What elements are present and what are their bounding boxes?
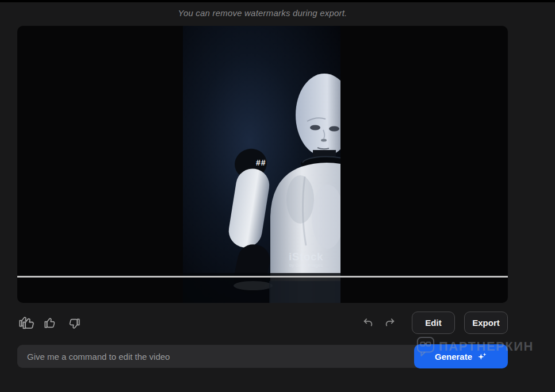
undo-button[interactable] [361,317,374,329]
window-top-edge [0,0,555,2]
video-player: ## iStock by Getty Images 00:00 / 01:18 [17,26,508,303]
watermark-hint-text: You can remove watermarks during export. [17,8,508,18]
sparkle-icon [477,352,487,362]
app-root: You can remove watermarks during export. [0,0,555,392]
thumbs-down-button[interactable] [66,317,81,331]
edit-button[interactable]: Edit [412,312,455,334]
double-thumbs-up-button[interactable] [18,314,37,332]
export-button[interactable]: Export [464,312,508,334]
video-frame[interactable]: ## iStock by Getty Images [183,26,340,303]
double-thumbs-up-icon [18,314,37,332]
istock-watermark-subtitle: by Getty Images [289,263,323,268]
istock-watermark: iStock by Getty Images [289,251,323,268]
generate-button[interactable]: Generate [414,344,508,368]
undo-icon [361,317,374,329]
thumbs-down-icon [66,317,81,331]
seek-bar[interactable] [17,276,508,278]
thumbs-up-icon [44,316,58,330]
video-caption: ## [256,158,266,167]
redo-button[interactable] [384,317,397,329]
thumbs-up-button[interactable] [44,316,58,330]
generate-button-label: Generate [435,352,472,362]
istock-watermark-title: iStock [289,251,323,262]
redo-icon [384,317,397,329]
